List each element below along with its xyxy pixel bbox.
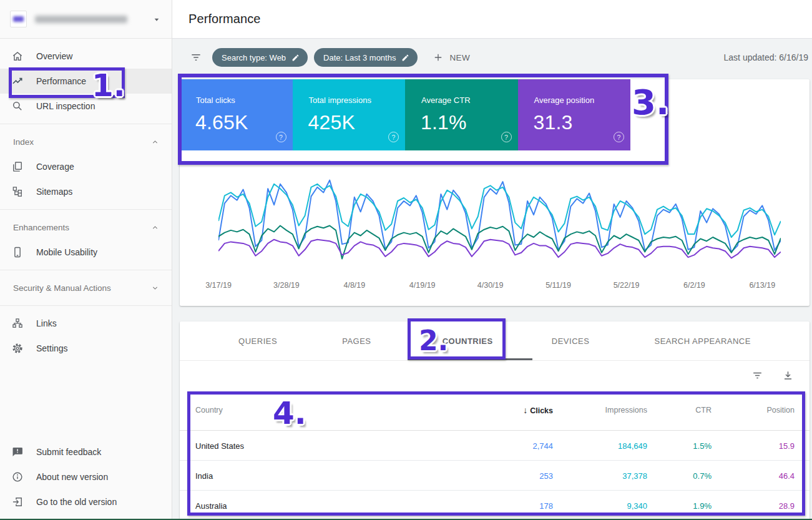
sidebar-item-label: Go to the old version	[36, 497, 117, 507]
chevron-up-icon	[150, 137, 160, 147]
x-tick: 5/11/19	[545, 281, 571, 290]
chevron-down-icon	[150, 283, 160, 293]
sidebar-item-about-new-version[interactable]: About new version	[0, 464, 172, 489]
filter-chip-date[interactable]: Date: Last 3 months	[314, 48, 418, 67]
page-title: Performance	[188, 12, 261, 26]
table-toolbar	[180, 361, 810, 390]
gear-icon	[10, 342, 25, 355]
sidebar-item-label: Submit feedback	[36, 447, 101, 457]
sidebar-item-label: Settings	[36, 343, 68, 353]
x-tick: 3/17/19	[205, 281, 232, 290]
sidebar-item-coverage[interactable]: Coverage	[0, 154, 172, 179]
sidebar-item-go-old-version[interactable]: Go to the old version	[0, 489, 172, 514]
section-label: Index	[13, 137, 34, 147]
section-label: Security & Manual Actions	[13, 283, 111, 293]
sidebar-item-links[interactable]: Links	[0, 311, 172, 336]
download-icon[interactable]	[782, 370, 794, 381]
divider	[0, 270, 172, 270]
sidebar-item-label: URL inspection	[36, 101, 95, 111]
chip-label: Search type: Web	[222, 53, 286, 62]
x-tick: 4/19/19	[409, 281, 436, 290]
sidebar-item-label: Mobile Usability	[36, 247, 97, 257]
tab-search-appearance[interactable]: SEARCH APPEARANCE	[648, 336, 756, 346]
last-updated: Last updated: 6/16/19	[724, 52, 808, 62]
sidebar-footer: Submit feedback About new version Go to …	[0, 439, 172, 514]
x-tick: 4/8/19	[343, 281, 365, 290]
performance-line-chart[interactable]	[218, 169, 781, 288]
divider	[0, 305, 172, 306]
feedback-icon	[10, 446, 25, 458]
chart-line-impressions	[218, 184, 781, 237]
new-label: NEW	[449, 53, 470, 62]
filter-icon[interactable]	[751, 370, 763, 381]
sidebar-item-label: Links	[36, 318, 57, 328]
filter-chip-search-type[interactable]: Search type: Web	[212, 48, 308, 67]
divider	[0, 209, 172, 210]
chevron-up-icon	[150, 223, 160, 232]
x-tick: 4/30/19	[477, 281, 504, 290]
tab-devices[interactable]: DEVICES	[545, 336, 596, 346]
sidebar-item-overview[interactable]: Overview	[0, 44, 172, 69]
chevron-down-icon	[152, 14, 162, 24]
filter-icon[interactable]	[190, 51, 202, 64]
annotation-number-1: 1.	[92, 70, 125, 101]
sidebar-section-security[interactable]: Security & Manual Actions	[0, 275, 172, 300]
smartphone-icon	[10, 246, 25, 258]
section-label: Enhancements	[13, 223, 69, 232]
x-tick: 5/22/19	[614, 281, 640, 290]
search-icon	[10, 100, 25, 112]
info-icon	[10, 471, 25, 483]
plus-icon	[433, 52, 444, 63]
property-favicon	[10, 11, 27, 27]
coverage-pages-icon	[10, 160, 25, 173]
sidebar-item-settings[interactable]: Settings	[0, 336, 172, 361]
annotation-number-3: 3.	[632, 85, 669, 120]
chip-label: Date: Last 3 months	[323, 53, 396, 62]
x-tick: 6/2/19	[683, 281, 705, 290]
new-filter-button[interactable]: NEW	[433, 52, 470, 63]
x-tick: 6/13/19	[749, 281, 775, 290]
sidebar-item-mobile-usability[interactable]: Mobile Usability	[0, 240, 172, 265]
sitemaps-tree-icon	[10, 185, 25, 198]
annotation-box-3	[178, 74, 668, 165]
sidebar-item-label: Coverage	[36, 162, 74, 172]
property-selector[interactable]	[0, 0, 172, 39]
tab-pages[interactable]: PAGES	[336, 336, 377, 346]
x-tick: 3/28/19	[273, 281, 300, 290]
tab-queries[interactable]: QUERIES	[232, 336, 283, 346]
sidebar-item-submit-feedback[interactable]: Submit feedback	[0, 439, 172, 464]
chart-x-axis-labels: 3/17/19 3/28/19 4/8/19 4/19/19 4/30/19 5…	[218, 281, 781, 291]
edit-pencil-icon	[291, 54, 300, 62]
page-header: Performance	[172, 0, 812, 39]
sidebar-item-label: Sitemaps	[36, 187, 72, 197]
annotation-number-2: 2.	[419, 327, 448, 355]
divider	[0, 124, 172, 124]
sidebar-section-index[interactable]: Index	[0, 129, 172, 154]
annotation-number-4: 4.	[273, 398, 306, 429]
sidebar-item-label: Overview	[36, 51, 72, 61]
sidebar-item-label: About new version	[36, 472, 108, 482]
links-graph-icon	[10, 317, 25, 330]
home-icon	[10, 50, 25, 62]
property-name-blurred	[35, 16, 127, 23]
exit-icon	[10, 496, 25, 508]
sidebar-item-sitemaps[interactable]: Sitemaps	[0, 179, 172, 204]
edit-pencil-icon	[401, 54, 409, 62]
sidebar-section-enhancements[interactable]: Enhancements	[0, 215, 172, 240]
filter-bar: Search type: Web Date: Last 3 months NEW…	[172, 39, 812, 76]
